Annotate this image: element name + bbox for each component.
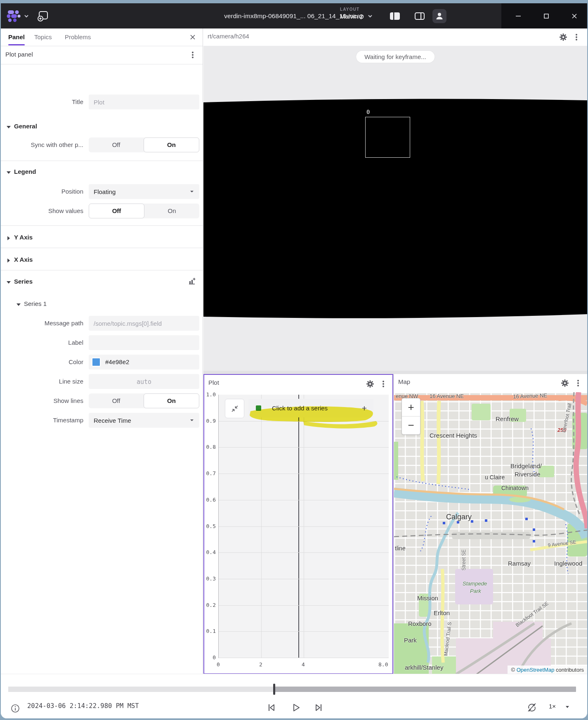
tab-problems[interactable]: Problems bbox=[65, 28, 91, 45]
playback-bar: 2024-03-06 2:14:22.980 PM MST bbox=[1, 674, 587, 718]
general-section-toggle[interactable]: General bbox=[1, 121, 203, 133]
panel-settings-title: Plot panel bbox=[5, 51, 33, 58]
camera-panel: rt/camera/h264 Waiting for keyframe... 0 bbox=[203, 28, 587, 371]
sync-row: Sync with other p... Off On bbox=[1, 137, 203, 152]
show-lines-toggle-on[interactable]: On bbox=[144, 393, 199, 408]
panel-resize-handle[interactable] bbox=[203, 371, 587, 374]
series-1-toggle[interactable]: Series 1 bbox=[1, 298, 203, 311]
camera-settings-button[interactable] bbox=[557, 31, 569, 43]
map-label: Mission bbox=[417, 594, 438, 602]
play-button[interactable] bbox=[290, 701, 302, 714]
info-icon bbox=[11, 704, 20, 713]
maximize-icon bbox=[543, 13, 550, 19]
sync-toggle-off[interactable]: Off bbox=[89, 137, 144, 152]
sidebar-close-button[interactable] bbox=[187, 31, 198, 43]
add-panel-button[interactable] bbox=[36, 3, 50, 28]
camera-topic-title: rt/camera/h264 bbox=[208, 33, 249, 40]
layout-selector[interactable]: LAYOUT Maivin 2 bbox=[340, 7, 363, 20]
y-axis-section-toggle[interactable]: Y Axis bbox=[1, 232, 203, 244]
line-size-input[interactable] bbox=[89, 374, 199, 389]
zoom-in-button[interactable]: + bbox=[402, 398, 420, 417]
show-lines-toggle-off[interactable]: Off bbox=[89, 393, 144, 408]
timestamp-select[interactable]: Receive Time bbox=[89, 413, 199, 428]
map-canvas[interactable]: enue NW16 Avenue NE16 Avenue NERenfrew25… bbox=[394, 392, 587, 674]
legend-position-value: Floating bbox=[94, 188, 116, 195]
plot-menu-button[interactable] bbox=[378, 378, 389, 390]
chevron-right-icon bbox=[6, 258, 11, 263]
chevron-right-icon bbox=[6, 236, 11, 241]
window-title: verdin-imx8mp-06849091_... 06_21_14_19.m… bbox=[1, 3, 587, 28]
tab-topics[interactable]: Topics bbox=[34, 28, 52, 45]
show-values-row: Show values Off On bbox=[1, 204, 203, 218]
series-section-toggle[interactable]: Series bbox=[1, 276, 203, 289]
maximize-button[interactable] bbox=[541, 11, 552, 21]
x-axis-tick: 4 bbox=[302, 661, 305, 668]
plus-icon: + bbox=[362, 403, 367, 413]
color-input[interactable]: #4e98e2 bbox=[89, 355, 199, 369]
left-sidebar-toggle-button[interactable] bbox=[388, 9, 402, 23]
timestamp-label: Timestamp bbox=[1, 413, 83, 428]
skip-backward-button[interactable] bbox=[265, 701, 277, 714]
right-sidebar-toggle-button[interactable] bbox=[413, 9, 427, 23]
map-menu-button[interactable] bbox=[572, 377, 584, 389]
section-label: General bbox=[14, 123, 37, 130]
label-input[interactable] bbox=[89, 335, 199, 350]
camera-menu-button[interactable] bbox=[571, 31, 582, 43]
map-label: Park bbox=[404, 637, 417, 644]
foxglove-logo-icon bbox=[6, 9, 22, 23]
map-label: Calgary bbox=[446, 513, 472, 521]
y-axis-tick: 0.1 bbox=[204, 628, 216, 634]
map-panel-title: Map bbox=[398, 378, 410, 385]
plot-chart-area[interactable] bbox=[218, 395, 389, 658]
x-axis-section-toggle[interactable]: X Axis bbox=[1, 254, 203, 267]
gridline bbox=[219, 658, 389, 658]
timestamp-info-button[interactable] bbox=[9, 702, 21, 715]
x-axis-tick: 0 bbox=[217, 661, 220, 668]
legend-section-toggle[interactable]: Legend bbox=[1, 166, 203, 179]
show-values-toggle-on[interactable]: On bbox=[144, 204, 199, 218]
openstreetmap-link[interactable]: OpenStreetMap bbox=[517, 667, 555, 673]
map-settings-button[interactable] bbox=[559, 377, 571, 389]
chevron-down-icon bbox=[6, 170, 11, 175]
repeat-off-button[interactable] bbox=[526, 701, 538, 714]
legend-collapse-button[interactable] bbox=[225, 399, 244, 418]
show-lines-toggle: Off On bbox=[89, 393, 199, 408]
divider bbox=[1, 161, 203, 161]
minimize-button[interactable] bbox=[512, 11, 524, 21]
y-axis-tick: 0.7 bbox=[204, 470, 216, 476]
position-row: Position Floating bbox=[1, 184, 203, 199]
detection-bbox bbox=[365, 117, 410, 158]
y-axis-tick: 1.0 bbox=[204, 391, 216, 398]
legend-position-select[interactable]: Floating bbox=[89, 184, 199, 199]
skip-forward-button[interactable] bbox=[313, 701, 325, 714]
kebab-icon bbox=[577, 382, 579, 384]
plot-settings-button[interactable] bbox=[364, 378, 376, 390]
person-icon bbox=[435, 12, 444, 21]
show-values-toggle-off[interactable]: Off bbox=[89, 204, 144, 218]
app-menu-button[interactable] bbox=[6, 3, 29, 28]
zoom-out-button[interactable]: − bbox=[402, 417, 420, 434]
playback-speed[interactable]: 1× bbox=[549, 703, 556, 710]
message-path-input[interactable] bbox=[89, 316, 199, 331]
tab-panel[interactable]: Panel bbox=[8, 28, 25, 45]
section-label: Series bbox=[14, 278, 33, 285]
seek-playhead-handle[interactable] bbox=[273, 684, 275, 695]
close-icon bbox=[571, 13, 578, 19]
x-axis-tick: 2 bbox=[259, 661, 262, 668]
seek-bar[interactable] bbox=[8, 687, 576, 692]
layout-chevron-icon[interactable] bbox=[367, 14, 373, 18]
speed-chevron-icon[interactable] bbox=[564, 705, 570, 709]
panel-settings-menu-button[interactable] bbox=[187, 49, 198, 61]
account-button[interactable] bbox=[432, 9, 446, 23]
title-input[interactable] bbox=[89, 95, 199, 109]
y-axis-tick: 0.6 bbox=[204, 497, 216, 503]
sync-toggle-on[interactable]: On bbox=[144, 137, 199, 152]
add-series-button[interactable] bbox=[186, 275, 198, 287]
add-series-legend-button[interactable]: Click to add a series + bbox=[248, 399, 373, 417]
color-swatch[interactable] bbox=[92, 358, 101, 367]
bbox-id-label: 0 bbox=[366, 109, 370, 115]
sync-toggle: Off On bbox=[89, 137, 199, 152]
y-axis-tick: 0.5 bbox=[204, 523, 216, 529]
close-button[interactable] bbox=[569, 11, 580, 21]
title-field-row: Title bbox=[1, 95, 203, 109]
